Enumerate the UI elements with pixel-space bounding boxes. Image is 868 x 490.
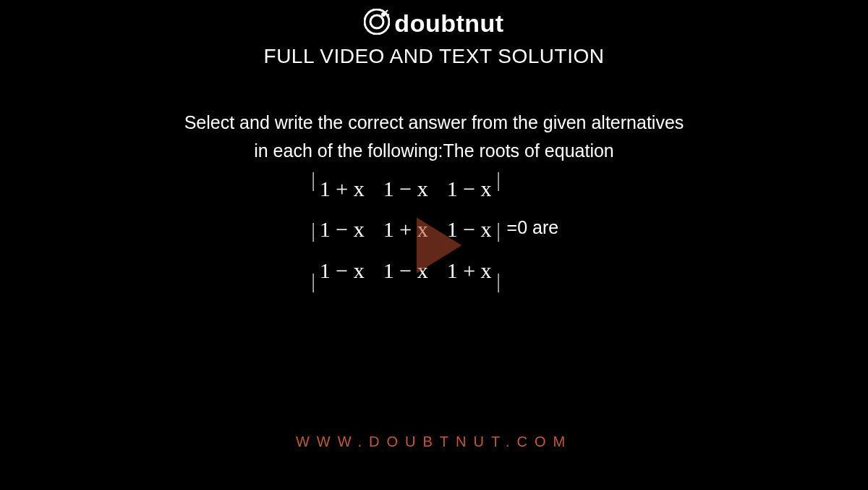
- det-cell: 1 − x: [320, 254, 365, 288]
- play-icon: [391, 202, 477, 289]
- svg-point-1: [370, 15, 383, 28]
- footer-url: WWW.DOUBTNUT.COM: [0, 434, 868, 450]
- det-cell: 1 − x: [447, 172, 492, 206]
- equation-tail: =0 are: [507, 217, 559, 237]
- det-cell: 1 + x: [320, 172, 365, 206]
- det-right-bar: |||: [497, 169, 500, 291]
- det-cell: 1 − x: [383, 172, 428, 206]
- question-card: doubtnut FULL VIDEO AND TEXT SOLUTION Se…: [0, 0, 868, 490]
- doubtnut-logo-icon: [364, 9, 390, 38]
- play-button[interactable]: [391, 202, 477, 289]
- subtitle: FULL VIDEO AND TEXT SOLUTION: [0, 45, 868, 68]
- brand-bar: doubtnut: [0, 9, 868, 38]
- svg-line-3: [385, 10, 388, 13]
- question-line-2: in each of the following:The roots of eq…: [0, 137, 868, 165]
- brand-name: doubtnut: [394, 9, 503, 38]
- svg-marker-5: [417, 217, 461, 273]
- det-cell: 1 − x: [320, 213, 365, 247]
- question-line-1: Select and write the correct answer from…: [0, 109, 868, 137]
- det-left-bar: |||: [312, 169, 315, 291]
